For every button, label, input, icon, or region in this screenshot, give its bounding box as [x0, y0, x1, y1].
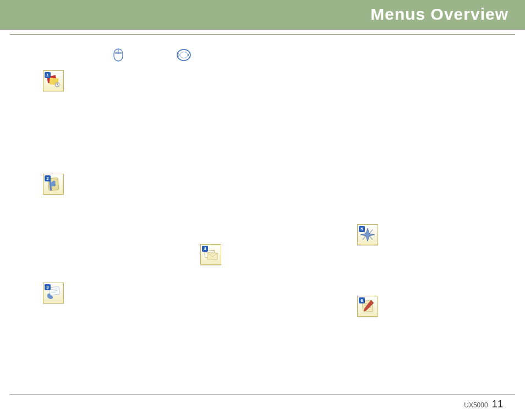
footer: UX5000 11: [464, 399, 503, 410]
contacts-icon: 2: [43, 174, 64, 195]
top-rule: [10, 34, 515, 35]
nav-ring-icon: [176, 47, 192, 65]
mouse-icon: [113, 48, 123, 64]
header-bar: Menus Overview: [0, 0, 525, 30]
badge-3: 3: [45, 284, 51, 290]
badge-1: 1: [45, 72, 51, 78]
recent-calls-icon: 3: [43, 283, 64, 303]
badge-2: 2: [45, 175, 51, 181]
badge-6: 6: [359, 297, 365, 303]
my-media-icon: 6: [357, 296, 378, 317]
page-title: Menus Overview: [370, 5, 508, 24]
axcess-icon: 5: [357, 224, 378, 245]
model-label: UX5000: [464, 401, 488, 409]
svg-point-3: [180, 52, 188, 58]
svg-rect-1: [115, 52, 122, 54]
mail-icon: 4: [200, 244, 221, 265]
footer-rule: [10, 394, 515, 395]
messaging-icon: 1: [43, 70, 64, 91]
badge-4: 4: [202, 246, 208, 252]
content-area: 1 2 3 4: [0, 36, 525, 387]
badge-5: 5: [359, 226, 365, 232]
page-number: 11: [492, 399, 503, 410]
